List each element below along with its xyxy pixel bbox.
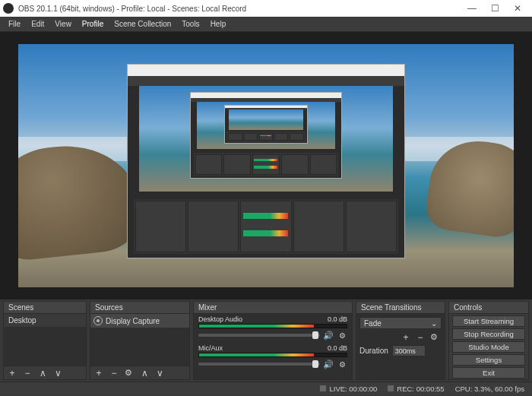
menu-view[interactable]: View: [49, 20, 77, 28]
sources-header: Sources: [90, 302, 189, 314]
dock-row: Scenes Desktop + − ∧ ∨ Sources Display C…: [0, 299, 532, 382]
mixer-track: Desktop Audio0.0 dB🔊⚙: [194, 314, 352, 343]
duration-input[interactable]: [392, 345, 426, 356]
source-settings-button[interactable]: ⚙: [125, 368, 135, 378]
scene-add-button[interactable]: +: [7, 368, 17, 379]
mixer-body: Desktop Audio0.0 dB🔊⚙Mic/Aux0.0 dB🔊⚙: [194, 314, 352, 379]
source-up-button[interactable]: ∧: [139, 368, 150, 379]
transition-settings-button[interactable]: ⚙: [430, 333, 440, 343]
volume-slider[interactable]: [198, 334, 320, 337]
status-rec: REC: 00:00:55: [388, 385, 444, 393]
stop-recording-button[interactable]: Stop Recording: [452, 328, 525, 340]
start-streaming-button[interactable]: Start Streaming: [452, 315, 525, 327]
settings-button[interactable]: Settings: [452, 354, 525, 366]
scenes-list[interactable]: Desktop: [4, 314, 86, 366]
source-label: Display Capture: [106, 317, 160, 325]
transition-select[interactable]: Fade ⌄: [359, 317, 442, 329]
vu-meter: [198, 324, 347, 328]
visibility-icon[interactable]: [93, 316, 103, 325]
studio-mode-button[interactable]: Studio Mode: [452, 341, 525, 353]
scene-down-button[interactable]: ∨: [52, 368, 63, 379]
track-settings-button[interactable]: ⚙: [337, 360, 347, 369]
speaker-icon[interactable]: 🔊: [323, 360, 334, 369]
title-bar: OBS 20.1.1 (64bit, windows) - Profile: L…: [0, 0, 532, 17]
mixer-track: Mic/Aux0.0 dB🔊⚙: [194, 343, 352, 372]
menu-tools[interactable]: Tools: [176, 20, 204, 28]
menu-bar: FileEditViewProfileScene CollectionTools…: [0, 17, 532, 32]
menu-file[interactable]: File: [3, 20, 26, 28]
scene-item[interactable]: Desktop: [4, 314, 86, 327]
status-bar: LIVE: 00:00:00 REC: 00:00:55 CPU: 3.3%, …: [0, 382, 532, 394]
menu-edit[interactable]: Edit: [26, 20, 49, 28]
controls-header: Controls: [449, 302, 528, 314]
chevron-down-icon: ⌄: [431, 319, 437, 328]
volume-slider[interactable]: [198, 363, 320, 366]
transitions-body: Fade ⌄ + − ⚙ Duration: [356, 314, 445, 379]
duration-label: Duration: [359, 347, 388, 355]
source-remove-button[interactable]: −: [109, 368, 119, 379]
track-level: 0.0 dB: [328, 315, 347, 323]
app-icon: [3, 3, 14, 14]
transition-selected: Fade: [364, 319, 382, 328]
scenes-dock: Scenes Desktop + − ∧ ∨: [3, 301, 87, 380]
sources-dock: Sources Display Capture + − ⚙ ∧ ∨: [90, 301, 190, 380]
maximize-button[interactable]: ☐: [483, 3, 506, 14]
menu-scene-collection[interactable]: Scene Collection: [109, 20, 176, 28]
exit-button[interactable]: Exit: [452, 367, 525, 379]
track-level: 0.0 dB: [328, 344, 347, 352]
transitions-header: Scene Transitions: [356, 302, 445, 314]
mixer-dock: Mixer Desktop Audio0.0 dB🔊⚙Mic/Aux0.0 dB…: [193, 301, 353, 380]
mixer-header: Mixer: [194, 302, 352, 314]
minimize-button[interactable]: —: [461, 3, 483, 14]
transition-remove-button[interactable]: −: [415, 332, 426, 343]
track-settings-button[interactable]: ⚙: [337, 331, 347, 340]
transition-add-button[interactable]: +: [401, 332, 411, 343]
source-add-button[interactable]: +: [93, 368, 104, 379]
transitions-dock: Scene Transitions Fade ⌄ + − ⚙ Duration: [356, 301, 445, 380]
track-name: Desktop Audio: [198, 315, 242, 323]
controls-dock: Controls Start StreamingStop RecordingSt…: [448, 301, 529, 380]
status-cpu: CPU: 3.3%, 60.00 fps: [455, 385, 524, 393]
window-title: OBS 20.1.1 (64bit, windows) - Profile: L…: [18, 5, 246, 13]
track-name: Mic/Aux: [198, 344, 223, 352]
status-live: LIVE: 00:00:00: [320, 385, 377, 393]
controls-body: Start StreamingStop RecordingStudio Mode…: [449, 314, 528, 379]
scenes-header: Scenes: [4, 302, 86, 314]
close-button[interactable]: ✕: [506, 3, 529, 14]
menu-help[interactable]: Help: [205, 20, 232, 28]
menu-profile[interactable]: Profile: [77, 20, 109, 28]
preview-area: [0, 32, 532, 299]
scene-up-button[interactable]: ∧: [37, 368, 48, 379]
speaker-icon[interactable]: 🔊: [323, 331, 334, 340]
source-item[interactable]: Display Capture: [90, 314, 189, 328]
scene-remove-button[interactable]: −: [22, 368, 33, 379]
sources-list[interactable]: Display Capture: [90, 314, 189, 366]
vu-meter: [198, 353, 347, 357]
preview-canvas[interactable]: [18, 44, 514, 287]
source-down-button[interactable]: ∨: [154, 368, 165, 379]
